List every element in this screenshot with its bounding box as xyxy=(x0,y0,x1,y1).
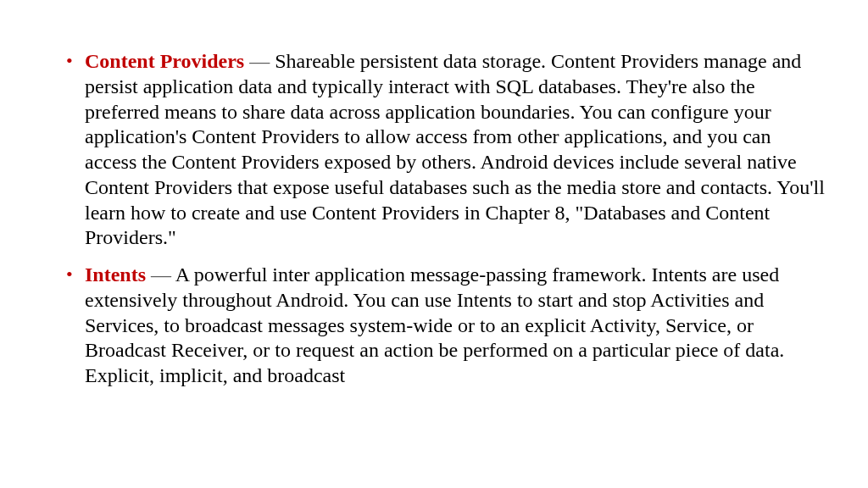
list-item: Intents — A powerful inter application m… xyxy=(64,263,826,389)
dash: — xyxy=(146,263,175,286)
bullet-list: Content Providers — Shareable persistent… xyxy=(64,49,826,389)
term-label: Content Providers xyxy=(85,50,244,72)
term-label: Intents xyxy=(85,263,146,286)
body-text: Shareable persistent data storage. Conte… xyxy=(85,50,825,248)
list-item: Content Providers — Shareable persistent… xyxy=(64,49,826,251)
body-text: A powerful inter application message-pas… xyxy=(85,263,784,386)
dash: — xyxy=(244,50,275,72)
